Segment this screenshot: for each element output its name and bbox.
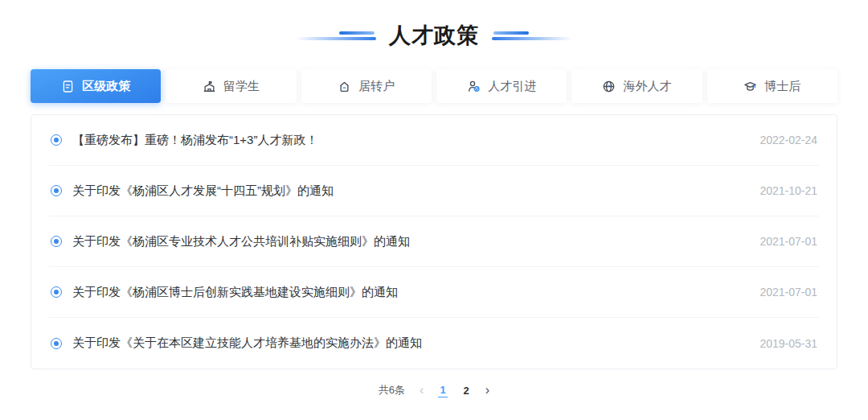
policy-tab-bar: 区级政策 留学生 居转户 人才引进 [31,69,837,103]
policy-title[interactable]: 【重磅发布】重磅！杨浦发布“1+3”人才新政！ [72,133,317,148]
person-check-icon [467,80,481,93]
tab-overseas-talent[interactable]: 海外人才 [571,69,702,103]
title-decor-right [492,31,572,40]
next-page-icon[interactable]: › [485,384,489,397]
policy-date: 2021-07-01 [760,286,817,299]
school-icon [203,80,216,93]
policy-date: 2019-05-31 [760,337,817,350]
globe-plane-icon [602,80,616,93]
policy-title[interactable]: 关于印发《杨浦区专业技术人才公共培训补贴实施细则》的通知 [72,234,410,249]
bullet-icon [51,185,62,196]
policy-list-item[interactable]: 【重磅发布】重磅！杨浦发布“1+3”人才新政！ 2022-02-24 [49,115,819,166]
tab-label: 海外人才 [623,79,671,94]
policy-list-item[interactable]: 关于印发《杨浦区人才发展“十四五”规划》的通知 2021-10-21 [49,166,819,216]
policy-list-item[interactable]: 关于印发《关于在本区建立技能人才培养基地的实施办法》的通知 2019-05-31 [49,318,819,369]
page-title: 人才政策 [389,21,479,50]
tab-label: 留学生 [223,79,260,94]
policy-date: 2021-10-21 [760,184,817,197]
bullet-icon [51,134,62,146]
pagination: 共6条 ‹ 1 2 › [0,383,868,397]
policy-title[interactable]: 关于印发《关于在本区建立技能人才培养基地的实施办法》的通知 [72,336,422,351]
tab-postdoc[interactable]: 博士后 [707,69,837,103]
document-icon [61,80,75,93]
policy-list-item[interactable]: 关于印发《杨浦区专业技术人才公共培训补贴实施细则》的通知 2021-07-01 [49,216,819,267]
policy-list-item[interactable]: 关于印发《杨浦区博士后创新实践基地建设实施细则》的通知 2021-07-01 [49,267,819,318]
tab-talent-introduction[interactable]: 人才引进 [436,69,567,103]
tab-label: 博士后 [764,79,800,94]
page-number-2[interactable]: 2 [462,385,471,397]
tab-label: 居转户 [358,79,395,94]
bullet-icon [51,338,62,349]
prev-page-icon[interactable]: ‹ [420,384,424,397]
tab-residence-transfer[interactable]: 居转户 [301,69,432,103]
pagination-total: 共6条 [379,383,405,397]
title-decor-left [296,31,376,40]
tab-label: 人才引进 [488,79,536,94]
tab-district-policy[interactable]: 区级政策 [31,69,161,103]
policy-title[interactable]: 关于印发《杨浦区人才发展“十四五”规划》的通知 [72,183,334,199]
bullet-icon [51,286,62,298]
policy-list-card: 【重磅发布】重磅！杨浦发布“1+3”人才新政！ 2022-02-24 关于印发《… [31,114,837,369]
section-header: 人才政策 [0,0,868,50]
policy-date: 2021-07-01 [760,235,817,248]
policy-date: 2022-02-24 [760,134,817,146]
tab-label: 区级政策 [82,79,130,94]
policy-title[interactable]: 关于印发《杨浦区博士后创新实践基地建设实施细则》的通知 [72,285,398,300]
bullet-icon [51,236,62,247]
graduation-cap-icon [743,80,757,93]
tab-international-students[interactable]: 留学生 [166,69,296,103]
house-icon [338,80,351,93]
page-number-1[interactable]: 1 [438,384,447,397]
